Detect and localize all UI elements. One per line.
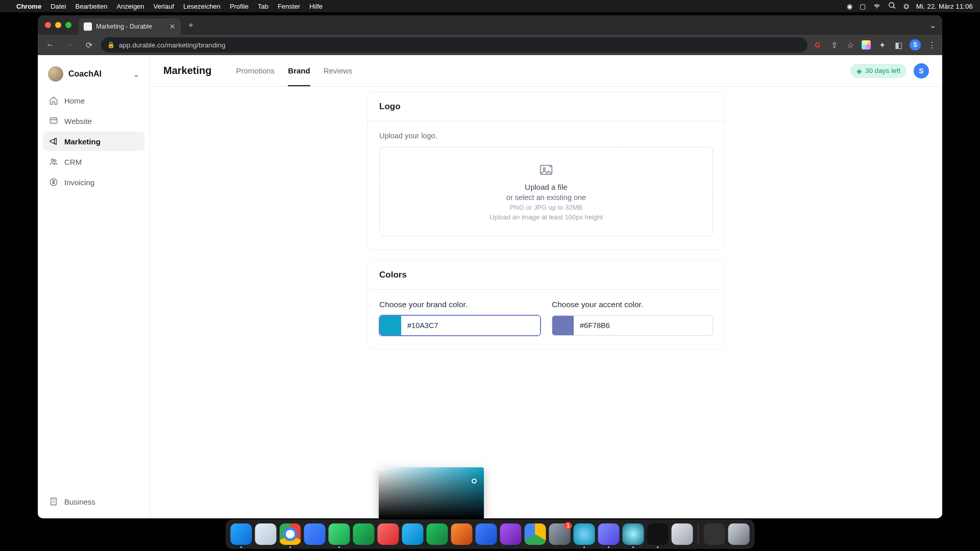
tab-list-dropdown-icon[interactable]: ⌄ [929, 20, 936, 30]
dock-app-excel[interactable] [427, 523, 448, 545]
tab-title: Marketing - Durable [96, 23, 152, 30]
colors-heading: Colors [379, 270, 713, 280]
page-title: Marketing [163, 65, 211, 77]
dock-app-imovie[interactable] [500, 523, 522, 545]
extension-icon[interactable] [862, 40, 871, 49]
brand-color-swatch[interactable] [380, 316, 401, 335]
logo-card: Logo Upload your logo. Upload a file or … [368, 92, 725, 250]
tab-close-icon[interactable]: ✕ [169, 22, 176, 31]
profile-avatar[interactable]: S [914, 63, 929, 79]
menubar-app-name[interactable]: Chrome [16, 3, 41, 10]
menubar-item[interactable]: Fenster [278, 3, 300, 10]
dock-app-preview[interactable] [672, 523, 693, 545]
workspace-avatar [48, 66, 63, 82]
menubar-clock[interactable]: Mi. 22. März 11:06 [916, 3, 973, 10]
dock-app-voicememo[interactable] [647, 523, 669, 545]
record-icon[interactable]: ◉ [847, 3, 852, 10]
dock-app-settings[interactable]: 1 [549, 523, 571, 545]
search-icon[interactable] [888, 2, 896, 11]
browser-tab[interactable]: ⬚ Marketing - Durable ✕ [79, 18, 181, 35]
workspace-switcher[interactable]: CoachAI ⌄ [43, 62, 144, 91]
window-maximize-button[interactable] [65, 22, 71, 28]
tag-icon: ◈ [856, 67, 862, 75]
content-scroll[interactable]: Logo Upload your logo. Upload a file or … [150, 87, 942, 518]
sidebar-item-website[interactable]: Website [43, 111, 144, 131]
dock-app-finder[interactable] [231, 523, 252, 545]
menubar-item[interactable]: Anzeigen [116, 3, 144, 10]
menubar-item[interactable]: Hilfe [309, 3, 323, 10]
kebab-menu-icon[interactable]: ⋮ [927, 40, 937, 50]
accent-color-input[interactable] [574, 316, 713, 335]
tab-label: Reviews [324, 66, 353, 75]
dock-app-discord[interactable] [598, 523, 620, 545]
dock-app-whatsapp[interactable] [329, 523, 350, 545]
sidebar-item-invoicing[interactable]: Invoicing [43, 172, 144, 192]
tab-promotions[interactable]: Promotions [236, 55, 275, 86]
address-bar[interactable]: 🔒 app.durable.co/marketing/branding [101, 37, 807, 53]
svg-point-2 [54, 160, 56, 162]
dock-app-todoist[interactable] [378, 523, 399, 545]
brand-color-input[interactable] [401, 316, 540, 335]
dock-app-word[interactable] [476, 523, 497, 545]
trial-days-badge[interactable]: ◈ 30 days left [850, 64, 906, 78]
accent-color-swatch[interactable] [552, 316, 574, 335]
menubar-item[interactable]: Datei [51, 3, 66, 10]
image-upload-icon [538, 162, 554, 178]
wifi-icon[interactable] [873, 2, 881, 11]
battery-icon[interactable]: ▢ [860, 3, 866, 10]
dock-app-chrome[interactable] [280, 523, 301, 545]
chrome-tabstrip: ⬚ Marketing - Durable ✕ ＋ ⌄ [38, 15, 942, 35]
logo-helper: Upload your logo. [379, 132, 713, 140]
upload-link[interactable]: Upload a file [525, 183, 567, 191]
menubar-item[interactable]: Bearbeiten [75, 3, 107, 10]
bookmark-icon[interactable]: ☆ [845, 40, 855, 50]
dock-app-quicktime[interactable] [623, 523, 644, 545]
reload-button[interactable]: ⟳ [82, 38, 96, 52]
new-tab-button[interactable]: ＋ [184, 18, 198, 32]
dock-app-folder[interactable] [704, 523, 725, 545]
menubar-item[interactable]: Verlauf [154, 3, 174, 10]
google-icon[interactable]: G [813, 40, 823, 50]
color-picker-pointer[interactable] [472, 479, 477, 484]
sidebar-item-business[interactable]: Business [43, 492, 144, 511]
dock-app-safari[interactable] [255, 523, 277, 545]
control-center-icon[interactable]: ⏣ [903, 3, 909, 10]
accent-color-input-group [552, 315, 713, 336]
url-text: app.durable.co/marketing/branding [119, 41, 226, 49]
dock-app-zoom[interactable] [304, 523, 326, 545]
lock-icon: 🔒 [107, 41, 115, 48]
sidebar-item-crm[interactable]: CRM [43, 152, 144, 171]
sidebar-item-marketing[interactable]: Marketing [43, 132, 144, 151]
svg-point-6 [543, 168, 545, 170]
menubar-item[interactable]: Lesezeichen [183, 3, 220, 10]
tab-brand[interactable]: Brand [288, 55, 310, 86]
app-root: CoachAI ⌄ Home Website Marketing [38, 55, 942, 518]
dock-app-powerpoint[interactable] [451, 523, 473, 545]
dock-app-circle[interactable] [574, 523, 595, 545]
dock-app-trello[interactable] [402, 523, 424, 545]
sidebar-item-label: Home [64, 96, 85, 105]
extensions-menu-icon[interactable]: ✦ [877, 40, 887, 50]
menubar-item[interactable]: Profile [230, 3, 249, 10]
back-button[interactable]: ← [43, 38, 57, 52]
tab-label: Brand [288, 66, 310, 75]
sidebar-item-home[interactable]: Home [43, 91, 144, 110]
share-icon[interactable]: ⇪ [829, 40, 839, 50]
chrome-profile-avatar[interactable]: S [910, 39, 921, 51]
dock-app-drive[interactable] [525, 523, 546, 545]
home-icon [49, 96, 58, 105]
color-picker-popover[interactable] [379, 467, 484, 518]
window-minimize-button[interactable] [55, 22, 61, 28]
logo-heading: Logo [379, 102, 713, 112]
window-close-button[interactable] [45, 22, 51, 28]
tab-reviews[interactable]: Reviews [324, 55, 353, 86]
workspace-name: CoachAI [68, 69, 102, 79]
forward-button[interactable]: → [62, 38, 77, 52]
dock-app-spotify[interactable] [353, 523, 375, 545]
mac-dock: 1 [226, 519, 755, 549]
colors-card: Colors Choose your brand color. [368, 260, 725, 349]
menubar-item[interactable]: Tab [258, 3, 268, 10]
upload-dropzone[interactable]: Upload a file or select an existing one … [379, 147, 713, 236]
dock-app-trash[interactable] [728, 523, 750, 545]
sidepanel-icon[interactable]: ◧ [893, 40, 903, 50]
